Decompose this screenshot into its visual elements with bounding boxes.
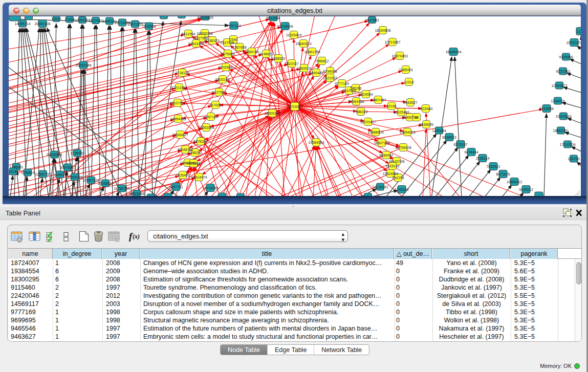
svg-text:9115460: 9115460	[419, 107, 433, 111]
svg-text:20364436: 20364436	[348, 100, 364, 103]
svg-text:9657791: 9657791	[169, 185, 183, 189]
svg-text:14055714: 14055714	[14, 22, 30, 26]
svg-text:1440954: 1440954	[432, 129, 446, 133]
svg-text:10973493: 10973493	[391, 54, 407, 58]
svg-text:12213369: 12213369	[171, 86, 187, 90]
svg-text:12342737: 12342737	[35, 172, 51, 176]
svg-text:39154: 39154	[9, 170, 18, 173]
svg-text:2718176: 2718176	[175, 71, 189, 75]
svg-text:1733426: 1733426	[395, 188, 408, 191]
svg-text:12505135: 12505135	[67, 176, 82, 179]
svg-text:1621022: 1621022	[323, 76, 337, 80]
svg-text:7485003: 7485003	[399, 68, 412, 72]
svg-text:19937: 19937	[51, 17, 61, 21]
svg-text:64: 64	[415, 116, 419, 119]
svg-text:10756928: 10756928	[395, 146, 411, 149]
svg-text:2367608: 2367608	[232, 46, 246, 49]
svg-text:10671355: 10671355	[127, 23, 143, 26]
svg-text:19654985: 19654985	[170, 117, 186, 121]
svg-text:16961758: 16961758	[304, 50, 320, 54]
svg-text:2087682: 2087682	[365, 18, 379, 22]
svg-text:16914479: 16914479	[191, 176, 207, 179]
svg-text:8990448: 8990448	[309, 71, 323, 75]
svg-text:8878334: 8878334	[193, 140, 207, 143]
svg-text:5675685: 5675685	[221, 52, 234, 56]
svg-text:8912954: 8912954	[181, 32, 195, 36]
svg-text:10195817: 10195817	[97, 182, 113, 185]
svg-text:3267130: 3267130	[204, 115, 217, 119]
svg-text:1527602: 1527602	[89, 19, 102, 23]
svg-text:8454749: 8454749	[245, 50, 258, 54]
svg-text:7357224: 7357224	[227, 24, 241, 28]
svg-text:16648784: 16648784	[445, 50, 461, 54]
svg-text:11325419: 11325419	[286, 33, 302, 37]
svg-text:126753: 126753	[568, 157, 579, 161]
svg-text:9329966: 9329966	[559, 55, 573, 59]
svg-text:7986322: 7986322	[354, 110, 367, 114]
svg-text:8471676: 8471676	[496, 172, 510, 176]
svg-text:14136141: 14136141	[372, 185, 388, 189]
svg-text:62160: 62160	[386, 104, 397, 108]
svg-text:1735993: 1735993	[70, 151, 84, 155]
svg-text:9777169: 9777169	[335, 82, 349, 85]
svg-text:16543362: 16543362	[188, 42, 204, 46]
svg-text:9474444: 9474444	[464, 150, 478, 154]
svg-text:20691406: 20691406	[34, 22, 50, 26]
svg-text:9084067: 9084067	[379, 154, 393, 157]
svg-text:1244415: 1244415	[551, 99, 564, 103]
svg-text:19384554: 19384554	[308, 141, 324, 144]
svg-text:1785061: 1785061	[9, 165, 23, 169]
svg-text:21065: 21065	[64, 18, 75, 21]
svg-text:6579197: 6579197	[453, 143, 467, 146]
svg-text:15751074: 15751074	[566, 41, 581, 45]
svg-text:13226058: 13226058	[197, 32, 212, 35]
svg-text:7625402: 7625402	[176, 173, 189, 177]
svg-text:18307249: 18307249	[374, 141, 389, 145]
svg-text:10025433: 10025433	[393, 111, 409, 114]
svg-text:10807487: 10807487	[370, 98, 386, 102]
svg-text:8813054: 8813054	[266, 16, 280, 20]
svg-text:7632621: 7632621	[486, 165, 500, 168]
svg-text:8938923: 8938923	[442, 136, 456, 139]
svg-text:12213967: 12213967	[384, 40, 400, 44]
svg-text:15720407: 15720407	[360, 120, 376, 124]
svg-text:(x): (x)	[133, 233, 140, 240]
svg-text:9245012: 9245012	[519, 188, 533, 191]
svg-text:18724007: 18724007	[287, 105, 302, 108]
svg-text:17010504: 17010504	[559, 143, 575, 146]
svg-text:746266: 746266	[350, 86, 361, 90]
svg-text:10210643: 10210643	[555, 115, 571, 118]
svg-text:16033809: 16033809	[197, 16, 213, 19]
svg-text:13524851: 13524851	[382, 172, 398, 176]
svg-text:16120746: 16120746	[388, 160, 404, 163]
svg-text:20206536: 20206536	[46, 153, 62, 157]
svg-text:7955812: 7955812	[315, 59, 329, 63]
svg-text:18300295: 18300295	[264, 112, 280, 115]
svg-text:12093877: 12093877	[551, 84, 567, 87]
svg-text:7515526: 7515526	[142, 25, 156, 28]
svg-text:11314: 11314	[404, 80, 414, 84]
svg-text:1546: 1546	[229, 38, 237, 41]
svg-text:16154808: 16154808	[375, 29, 390, 32]
svg-text:3824554: 3824554	[359, 93, 373, 96]
svg-text:1362615: 1362615	[297, 67, 311, 70]
svg-text:1156829: 1156829	[21, 171, 35, 174]
svg-text:14353594: 14353594	[198, 126, 214, 129]
svg-text:2803144: 2803144	[215, 78, 229, 81]
svg-text:19166827: 19166827	[172, 133, 188, 137]
svg-text:5215958: 5215958	[539, 107, 553, 111]
svg-text:20053346: 20053346	[75, 63, 91, 67]
svg-text:15640910: 15640910	[295, 42, 311, 46]
svg-text:1615132: 1615132	[385, 164, 399, 168]
svg-text:6794028: 6794028	[323, 70, 337, 73]
svg-text:10653267: 10653267	[74, 18, 90, 22]
svg-text:9699695: 9699695	[419, 123, 433, 126]
svg-text:10654112: 10654112	[507, 180, 522, 184]
svg-text:9409948: 9409948	[186, 162, 200, 165]
svg-text:9146821: 9146821	[259, 52, 273, 56]
svg-text:2935114: 2935114	[476, 157, 490, 160]
svg-text:12923448: 12923448	[128, 192, 144, 195]
svg-text:17957273: 17957273	[83, 179, 99, 182]
svg-text:10688609: 10688609	[367, 130, 383, 134]
svg-text:252254: 252254	[392, 176, 404, 180]
